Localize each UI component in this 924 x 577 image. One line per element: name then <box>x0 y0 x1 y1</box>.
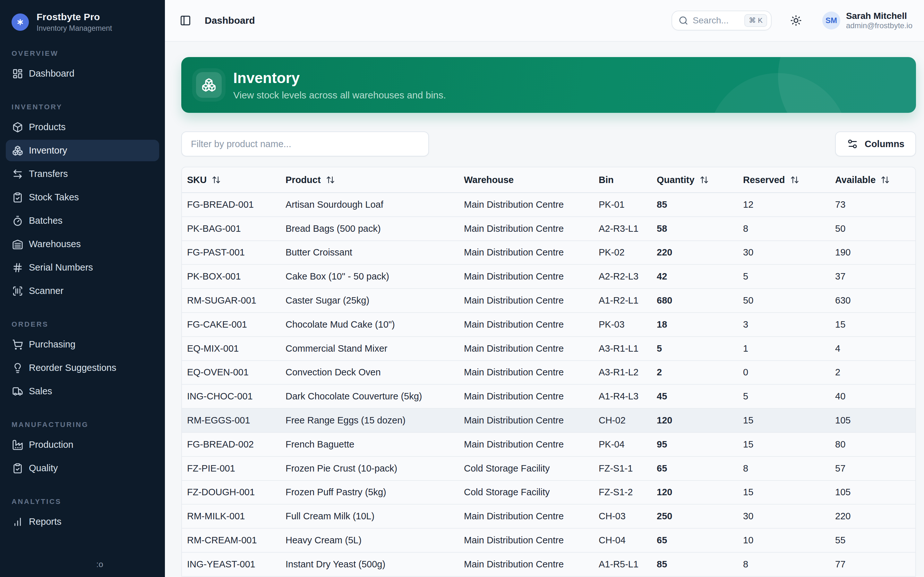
sort-icon <box>881 175 890 184</box>
cell-quantity: 120 <box>652 487 738 498</box>
cell-quantity: 58 <box>652 223 738 234</box>
cell-available: 2 <box>830 367 915 378</box>
cell-product: Heavy Cream (5L) <box>280 535 459 546</box>
inventory-table: SKUProductWarehouseBinQuantityReservedAv… <box>181 167 916 577</box>
table-row-ing-yeast-001[interactable]: ING-YEAST-001Instant Dry Yeast (500g)Mai… <box>182 553 915 577</box>
cell-sku: ING-YEAST-001 <box>182 559 280 570</box>
sidebar-item-warehouses[interactable]: Warehouses <box>6 234 159 255</box>
cell-bin: CH-03 <box>594 511 652 522</box>
sidebar-item-stock-takes[interactable]: Stock Takes <box>6 187 159 208</box>
sidebar-item-label: Stock Takes <box>29 192 79 203</box>
topbar-right: Search... ⌘ K SM Sarah Mitchell admin@fr… <box>672 11 913 31</box>
columns-button-label: Columns <box>865 139 905 149</box>
cell-warehouse: Main Distribution Centre <box>459 535 594 546</box>
sidebar-item-label: Production <box>29 440 73 450</box>
cell-bin: PK-01 <box>594 199 652 210</box>
column-header-product[interactable]: Product <box>280 175 459 185</box>
sidebar-item-label: Warehouses <box>29 239 81 250</box>
sort-icon <box>790 175 799 184</box>
main-area: Dashboard Search... ⌘ K SM <box>165 0 924 577</box>
cell-available: 57 <box>830 463 915 474</box>
table-row-fg-bread-002[interactable]: FG-BREAD-002French BaguetteMain Distribu… <box>182 433 915 457</box>
table-row-pk-bag-001[interactable]: PK-BAG-001Bread Bags (500 pack)Main Dist… <box>182 217 915 241</box>
table-row-ing-choc-001[interactable]: ING-CHOC-001Dark Chocolate Couverture (5… <box>182 385 915 409</box>
search-input[interactable]: Search... ⌘ K <box>672 11 772 31</box>
cell-quantity: 5 <box>652 343 738 354</box>
cell-bin: A3-R1-L1 <box>594 343 652 354</box>
cell-quantity: 95 <box>652 439 738 450</box>
cell-bin: PK-03 <box>594 319 652 330</box>
column-header-bin: Bin <box>594 175 652 185</box>
table-row-rm-sugar-001[interactable]: RM-SUGAR-001Caster Sugar (25kg)Main Dist… <box>182 289 915 313</box>
cell-bin: A1-R2-L1 <box>594 295 652 306</box>
avatar: SM <box>822 11 840 29</box>
sidebar-item-serial-numbers[interactable]: Serial Numbers <box>6 257 159 278</box>
table-row-fg-bread-001[interactable]: FG-BREAD-001Artisan Sourdough LoafMain D… <box>182 193 915 217</box>
cell-warehouse: Main Distribution Centre <box>459 391 594 402</box>
cell-quantity: 220 <box>652 247 738 258</box>
cell-warehouse: Cold Storage Facility <box>459 463 594 474</box>
sidebar-item-label: Scanner <box>29 285 63 296</box>
column-header-reserved[interactable]: Reserved <box>738 175 830 185</box>
sidebar-item-products[interactable]: Products <box>6 116 159 138</box>
cell-warehouse: Main Distribution Centre <box>459 223 594 234</box>
theme-toggle-button[interactable] <box>790 15 802 26</box>
user-menu[interactable]: SM Sarah Mitchell admin@frostbyte.io <box>822 11 913 31</box>
table-row-rm-eggs-001[interactable]: RM-EGGS-001Free Range Eggs (15 dozen)Mai… <box>182 409 915 433</box>
sidebar-toggle-button[interactable] <box>180 15 191 26</box>
cell-bin: FZ-S1-1 <box>594 463 652 474</box>
column-header-quantity[interactable]: Quantity <box>652 175 738 185</box>
column-header-sku[interactable]: SKU <box>182 175 280 185</box>
table-row-eq-mix-001[interactable]: EQ-MIX-001Commercial Stand MixerMain Dis… <box>182 337 915 361</box>
cell-reserved: 10 <box>738 535 830 546</box>
table-row-rm-milk-001[interactable]: RM-MILK-001Full Cream Milk (10L)Main Dis… <box>182 504 915 529</box>
table-row-fz-pie-001[interactable]: FZ-PIE-001Frozen Pie Crust (10-pack)Cold… <box>182 457 915 481</box>
table-row-eq-oven-001[interactable]: EQ-OVEN-001Convection Deck OvenMain Dist… <box>182 361 915 385</box>
column-header-label: Warehouse <box>464 175 514 185</box>
sidebar-item-scanner[interactable]: Scanner <box>6 280 159 301</box>
columns-button[interactable]: Columns <box>835 131 916 156</box>
sidebar-item-inventory[interactable]: Inventory <box>6 140 159 161</box>
sidebar-item-reports[interactable]: Reports <box>6 511 159 532</box>
cell-sku: RM-MILK-001 <box>182 511 280 522</box>
asterisk-icon <box>15 17 25 27</box>
sidebar-item-transfers[interactable]: Transfers <box>6 163 159 185</box>
sidebar-item-batches[interactable]: Batches <box>6 210 159 231</box>
sidebar-section-label-inventory: INVENTORY <box>6 103 159 111</box>
banner-subtitle: View stock levels across all warehouses … <box>233 90 446 101</box>
sidebar-item-quality[interactable]: Quality <box>6 458 159 479</box>
table-row-fg-cake-001[interactable]: FG-CAKE-001Chocolate Mud Cake (10")Main … <box>182 313 915 337</box>
column-header-label: Quantity <box>657 175 695 185</box>
sidebar-item-production[interactable]: Production <box>6 434 159 456</box>
cell-quantity: 45 <box>652 391 738 402</box>
cell-sku: RM-EGGS-001 <box>182 415 280 426</box>
table-row-fz-dough-001[interactable]: FZ-DOUGH-001Frozen Puff Pastry (5kg)Cold… <box>182 481 915 505</box>
cell-sku: FG-BREAD-002 <box>182 439 280 450</box>
cell-bin: A1-R5-L1 <box>594 559 652 570</box>
app-name: Frostbyte Pro <box>37 11 112 23</box>
cell-product: Cake Box (10" - 50 pack) <box>280 271 459 282</box>
product-filter-input[interactable]: Filter by product name... <box>181 131 429 156</box>
table-row-fg-past-001[interactable]: FG-PAST-001Butter CroissantMain Distribu… <box>182 241 915 265</box>
sidebar-item-purchasing[interactable]: Purchasing <box>6 334 159 355</box>
cell-quantity: 65 <box>652 535 738 546</box>
cell-product: Free Range Eggs (15 dozen) <box>280 415 459 426</box>
sidebar-item-label: Sales <box>29 386 52 396</box>
table-row-pk-box-001[interactable]: PK-BOX-001Cake Box (10" - 50 pack)Main D… <box>182 265 915 289</box>
table-row-rm-cream-001[interactable]: RM-CREAM-001Heavy Cream (5L)Main Distrib… <box>182 529 915 553</box>
cell-available: 105 <box>830 487 915 498</box>
sidebar-item-reorder-suggestions[interactable]: Reorder Suggestions <box>6 357 159 379</box>
cell-product: Commercial Stand Mixer <box>280 343 459 354</box>
user-info: Sarah Mitchell admin@frostbyte.io <box>846 11 913 31</box>
cell-bin: A3-R1-L2 <box>594 367 652 378</box>
sidebar-item-sales[interactable]: Sales <box>6 380 159 402</box>
cell-warehouse: Main Distribution Centre <box>459 559 594 570</box>
cell-reserved: 30 <box>738 247 830 258</box>
column-header-available[interactable]: Available <box>830 175 915 185</box>
table-body: FG-BREAD-001Artisan Sourdough LoafMain D… <box>182 193 915 577</box>
cell-sku: FG-PAST-001 <box>182 247 280 258</box>
cell-reserved: 50 <box>738 295 830 306</box>
cell-product: Artisan Sourdough Loaf <box>280 199 459 210</box>
cell-available: 190 <box>830 247 915 258</box>
sidebar-item-dashboard[interactable]: Dashboard <box>6 63 159 84</box>
